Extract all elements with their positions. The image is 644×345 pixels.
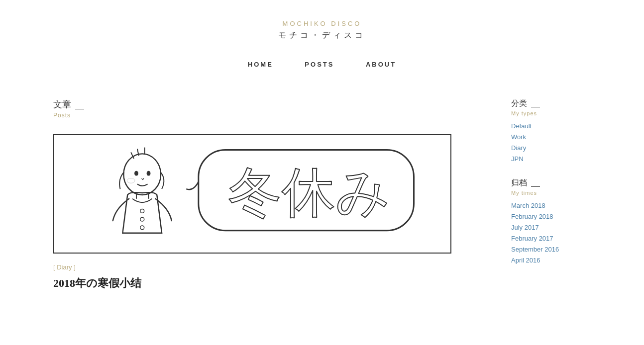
sidebar-archives-heading: 归档 My times xyxy=(511,178,591,197)
sidebar-categories-heading: 分类 My types xyxy=(511,98,591,117)
post-image[interactable]: 冬休み xyxy=(53,134,451,254)
post-category: [ Diary ] xyxy=(53,263,481,271)
site-title-en: MOCHIKO DISCO xyxy=(0,20,644,27)
category-work[interactable]: Work xyxy=(511,133,526,141)
category-jpn[interactable]: JPN xyxy=(511,155,524,163)
archive-july-2017[interactable]: July 2017 xyxy=(511,224,539,231)
categories-heading-zh: 分类 xyxy=(511,98,527,109)
post-title[interactable]: 2018年の寒假小结 xyxy=(53,276,481,291)
svg-point-8 xyxy=(147,171,151,176)
categories-list: Default Work Diary JPN xyxy=(511,122,591,163)
archive-march-2018[interactable]: March 2018 xyxy=(511,202,545,209)
svg-text:冬休み: 冬休み xyxy=(228,163,391,222)
site-nav: HOME POSTS ABOUT xyxy=(0,51,644,84)
archive-september-2016[interactable]: September 2016 xyxy=(511,246,559,253)
site-header: MOCHIKO DISCO モチコ・ディスコ xyxy=(0,0,644,51)
list-item: March 2018 xyxy=(511,202,591,210)
page-container: 文章 Posts 冬休み xyxy=(23,84,621,306)
archives-heading-zh: 归档 xyxy=(511,178,527,188)
list-item: April 2016 xyxy=(511,257,591,264)
nav-home[interactable]: HOME xyxy=(248,61,273,68)
archives-heading-en: My times xyxy=(511,190,537,196)
category-diary[interactable]: Diary xyxy=(511,144,526,152)
list-item: September 2016 xyxy=(511,246,591,254)
list-item: Work xyxy=(511,133,591,141)
site-title-jp: モチコ・ディスコ xyxy=(0,30,644,41)
nav-posts[interactable]: POSTS xyxy=(305,61,334,68)
category-default[interactable]: Default xyxy=(511,122,532,130)
list-item: JPN xyxy=(511,155,591,163)
section-en: Posts xyxy=(53,112,71,119)
categories-heading-line xyxy=(531,107,540,107)
post-illustration-svg: 冬休み xyxy=(54,135,450,253)
section-heading: 文章 Posts xyxy=(53,98,481,119)
heading-line-decoration xyxy=(75,109,84,109)
archive-february-2017[interactable]: February 2017 xyxy=(511,235,553,242)
list-item: February 2017 xyxy=(511,235,591,243)
archives-list: March 2018 February 2018 July 2017 Febru… xyxy=(511,202,591,264)
sidebar-archives: 归档 My times March 2018 February 2018 Jul… xyxy=(511,178,591,264)
section-zh: 文章 xyxy=(53,98,71,110)
archive-april-2016[interactable]: April 2016 xyxy=(511,257,540,264)
categories-heading-en: My types xyxy=(511,110,537,116)
list-item: July 2017 xyxy=(511,224,591,232)
sidebar: 分类 My types Default Work Diary JPN xyxy=(511,98,591,291)
svg-point-7 xyxy=(134,171,138,176)
list-item: Default xyxy=(511,122,591,130)
main-content: 文章 Posts 冬休み xyxy=(53,98,481,291)
list-item: Diary xyxy=(511,144,591,152)
list-item: February 2018 xyxy=(511,213,591,221)
archive-february-2018[interactable]: February 2018 xyxy=(511,213,553,220)
archives-heading-line xyxy=(531,186,540,187)
sidebar-categories: 分类 My types Default Work Diary JPN xyxy=(511,98,591,163)
nav-about[interactable]: ABOUT xyxy=(366,61,396,68)
